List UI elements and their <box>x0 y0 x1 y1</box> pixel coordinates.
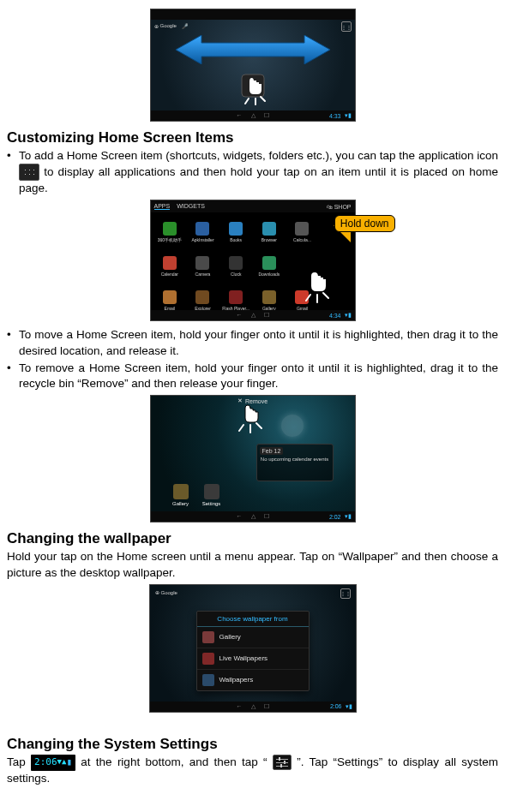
nav-icons: ← △ ☐ <box>237 703 269 710</box>
search-label: Google <box>160 23 177 28</box>
tablet-remove: ✕ Remove Feb 12 No upcoming calendar eve… <box>150 395 356 522</box>
tablet-wallpaper-dialog: ⊕ Google ⋮⋮ Choose wallpaper from Galler… <box>149 584 357 713</box>
app-icon <box>195 222 209 236</box>
app-cell: Calendar <box>154 250 186 283</box>
svg-marker-0 <box>176 35 330 64</box>
option-label: Wallpapers <box>219 676 254 684</box>
desk-label: Gallery <box>172 501 189 506</box>
widget-date: Feb 12 <box>260 447 284 455</box>
search-pill: ⊕ Google 🎤 <box>154 21 206 30</box>
figure-wallpaper-dialog: ⊕ Google ⋮⋮ Choose wallpaper from Galler… <box>7 584 498 715</box>
shop-label: SHOP <box>334 204 352 210</box>
tablet-navbar: ← △ ☐ 2:02 ▾▮ <box>151 511 355 522</box>
app-cell: Books <box>220 216 252 248</box>
tablet-topbar <box>151 9 355 20</box>
clock-text: 4:34 <box>329 313 341 319</box>
app-cell: ApkInstaller <box>187 216 219 248</box>
settings-body-pre: Tap <box>7 755 31 768</box>
wifi-icon: ▾▮ <box>345 513 352 520</box>
desk-icon-gallery: Gallery <box>168 484 194 506</box>
option-label: Gallery <box>219 633 241 641</box>
app-label: Books <box>230 237 242 242</box>
tab-widgets: WIDGETS <box>177 203 205 210</box>
nav-icons: ← △ ☐ <box>237 112 269 119</box>
tablet-apps-grid: APPS WIDGETS 🛍 SHOP 360手机助手ApkInstallerB… <box>150 200 356 321</box>
calendar-widget: Feb 12 No upcoming calendar events <box>256 444 334 481</box>
app-cell: Downloads <box>254 250 286 283</box>
settings-icon <box>204 484 219 499</box>
badge-symbols: ▼▲ <box>57 757 67 766</box>
figure-apps-grid: APPS WIDGETS 🛍 SHOP 360手机助手ApkInstallerB… <box>7 200 498 324</box>
figure-home-arrow: ⊕ Google 🎤 ⋮⋮ <box>7 9 498 124</box>
app-label: ApkInstaller <box>191 237 213 242</box>
option-icon <box>202 653 214 665</box>
double-arrow-icon <box>176 35 330 64</box>
home-icon: △ <box>251 312 256 319</box>
clock-text: 2:02 <box>329 514 341 520</box>
app-cell: Camera <box>187 250 219 283</box>
apps-button-icon: ⋮⋮ <box>340 588 351 599</box>
mic-icon: 🎤 <box>182 23 188 29</box>
app-label: Downloads <box>258 272 280 277</box>
bullet-add-item: To add a Home Screen item (shortcuts, wi… <box>7 148 498 196</box>
bullet-add-pre: To add a Home Screen item (shortcuts, wi… <box>19 149 498 162</box>
shop-icon: 🛍 <box>327 204 333 210</box>
app-cell: Browser <box>254 216 286 248</box>
tab-apps: APPS <box>154 203 171 210</box>
home-icon: △ <box>251 703 256 710</box>
battery-icon: ▮ <box>66 756 72 767</box>
home-icon: △ <box>251 112 256 119</box>
recents-icon: ☐ <box>264 703 269 710</box>
app-label: Calcula... <box>293 237 311 242</box>
settings-body-mid: at the right bottom, and then tap “ <box>81 755 267 768</box>
google-logo-icon: ⊕ <box>155 589 159 595</box>
wallpaper-option: Live Wallpapers <box>197 648 309 669</box>
shop-link: 🛍 SHOP <box>327 204 352 210</box>
hand-tap-icon <box>300 271 329 305</box>
apps-tabs: APPS WIDGETS <box>154 203 205 210</box>
app-icon <box>195 256 209 270</box>
clock-text: 4:33 <box>329 113 341 119</box>
app-icon <box>163 290 177 304</box>
home-icon: △ <box>251 513 256 520</box>
tablet-navbar: ← △ ☐ 4:33 ▾▮ <box>151 110 355 121</box>
app-icon <box>229 222 243 236</box>
app-icon <box>262 222 276 236</box>
settings-sliders-icon <box>273 755 292 770</box>
app-icon <box>262 256 276 270</box>
desk-label: Settings <box>202 501 221 506</box>
app-label: Browser <box>262 237 277 242</box>
clock-text: 2:06 <box>330 703 342 709</box>
wifi-icon: ▾▮ <box>346 703 352 710</box>
app-grid-icon <box>19 164 39 181</box>
back-icon: ← <box>237 312 243 319</box>
app-icon <box>229 290 243 304</box>
dialog-title: Choose wallpaper from <box>197 612 309 627</box>
app-label: Camera <box>195 272 211 277</box>
desk-icon-settings: Settings <box>199 484 225 506</box>
heading-customizing: Customizing Home Screen Items <box>7 129 498 146</box>
figure-remove: ✕ Remove Feb 12 No upcoming calendar eve… <box>7 395 498 525</box>
apps-button-icon: ⋮⋮ <box>341 21 352 32</box>
nav-icons: ← △ ☐ <box>237 513 269 520</box>
nav-icons: ← △ ☐ <box>237 312 269 319</box>
search-pill: ⊕ Google <box>155 588 207 597</box>
back-icon: ← <box>237 703 243 710</box>
sliders-glyph-icon <box>276 757 288 767</box>
app-label: Clock <box>231 272 242 277</box>
widget-text: No upcoming calendar events <box>260 457 330 462</box>
apps-topbar: APPS WIDGETS 🛍 SHOP <box>151 200 355 212</box>
search-label: Google <box>161 590 177 595</box>
heading-wallpaper: Changing the wallpaper <box>7 530 498 547</box>
app-icon <box>195 290 209 304</box>
wallpaper-body: Hold your tap on the Home screen until a… <box>7 549 498 580</box>
wallpaper-option: Gallery <box>197 627 309 648</box>
app-cell: Calcula... <box>286 216 318 248</box>
wallpaper-dialog: Choose wallpaper from GalleryLive Wallpa… <box>196 611 310 691</box>
app-icon <box>262 290 276 304</box>
folder-icon <box>281 415 304 437</box>
app-icon <box>163 256 177 270</box>
recents-icon: ☐ <box>264 112 269 119</box>
app-icon <box>163 222 177 236</box>
callout-bubble: Hold down <box>334 215 395 232</box>
